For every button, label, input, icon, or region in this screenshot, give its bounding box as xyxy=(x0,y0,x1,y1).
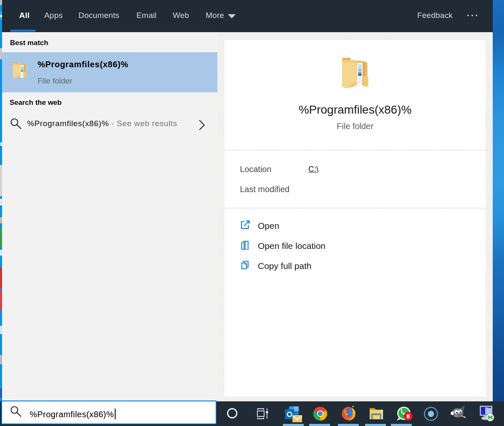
svg-text:8: 8 xyxy=(406,413,410,420)
